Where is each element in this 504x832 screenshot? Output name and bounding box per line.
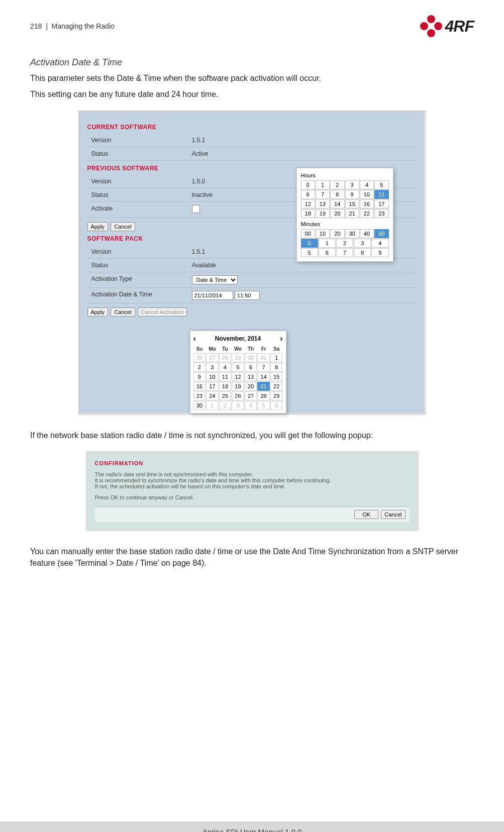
hour-cell[interactable]: 0 [301, 180, 315, 189]
cancel-button[interactable]: Cancel [381, 510, 405, 519]
calendar-cell[interactable]: 14 [257, 372, 270, 381]
calendar-cell[interactable]: 31 [257, 353, 270, 362]
calendar-cell[interactable]: 17 [206, 382, 219, 391]
time-picker-popup[interactable]: Hours 0123456789101112131415161718192021… [296, 168, 393, 262]
hour-cell[interactable]: 13 [316, 199, 330, 209]
calendar-cell[interactable]: 26 [193, 353, 206, 362]
calendar-cell[interactable]: 4 [219, 363, 232, 372]
minute-ones-cell[interactable]: 5 [301, 248, 318, 257]
calendar-cell[interactable]: 29 [270, 391, 283, 400]
calendar-cell[interactable]: 19 [232, 382, 244, 391]
hour-cell[interactable]: 5 [374, 180, 388, 189]
calendar-cell[interactable]: 28 [257, 391, 270, 400]
calendar-cell[interactable]: 30 [245, 353, 257, 362]
calendar-cell[interactable]: 29 [232, 353, 244, 362]
cancel-button-prev[interactable]: Cancel [111, 222, 135, 231]
calendar-cell[interactable]: 25 [219, 391, 232, 400]
calendar-cell[interactable]: 27 [245, 391, 257, 400]
calendar-cell[interactable]: 27 [206, 353, 219, 362]
minute-ones-cell[interactable]: 8 [354, 248, 371, 257]
calendar-cell[interactable]: 18 [219, 382, 232, 391]
cancel-activation-button[interactable]: Cancel Activation [138, 307, 187, 317]
calendar-cell[interactable]: 2 [193, 363, 206, 372]
calendar-cell[interactable]: 26 [232, 391, 244, 400]
hour-cell[interactable]: 21 [345, 209, 359, 218]
calendar-cell[interactable]: 11 [219, 372, 232, 381]
minute-ones-cell[interactable]: 4 [371, 239, 388, 248]
minute-ones-cell[interactable]: 0 [301, 239, 318, 248]
calendar-cell[interactable]: 4 [245, 401, 257, 410]
apply-button-pack[interactable]: Apply [87, 307, 109, 317]
apply-button-prev[interactable]: Apply [87, 222, 109, 231]
calendar-cell[interactable]: 12 [232, 372, 244, 381]
calendar-cell[interactable]: 16 [193, 382, 206, 391]
calendar-cell[interactable]: 13 [245, 372, 257, 381]
calendar-cell[interactable]: 8 [270, 363, 283, 372]
calendar-cell[interactable]: 24 [206, 391, 219, 400]
hour-cell[interactable]: 8 [330, 190, 344, 199]
activation-type-select[interactable]: Date & Time [192, 275, 238, 284]
section-title: Managing the Radio [52, 22, 115, 30]
activation-time-input[interactable] [235, 291, 260, 300]
hour-cell[interactable]: 19 [316, 209, 330, 218]
calendar-cell[interactable]: 5 [232, 363, 244, 372]
calendar-cell[interactable]: 30 [193, 401, 206, 410]
hour-cell[interactable]: 22 [360, 209, 374, 218]
activate-checkbox[interactable] [192, 205, 200, 213]
hour-cell[interactable]: 16 [360, 199, 374, 209]
minute-ones-cell[interactable]: 2 [336, 239, 353, 248]
ok-button[interactable]: OK [354, 510, 378, 519]
calendar-cell[interactable]: 3 [232, 401, 244, 410]
calendar-weekday: We [232, 345, 244, 353]
hour-cell[interactable]: 6 [301, 190, 315, 199]
hour-cell[interactable]: 1 [316, 180, 330, 189]
minute-tens-cell[interactable]: 10 [316, 229, 330, 238]
calendar-cell[interactable]: 1 [270, 353, 283, 362]
confirmation-line: If not, the scheduled activation will be… [95, 483, 410, 489]
calendar-cell[interactable]: 28 [219, 353, 232, 362]
hour-cell[interactable]: 14 [330, 199, 344, 209]
hour-cell[interactable]: 4 [360, 180, 374, 189]
minute-tens-cell[interactable]: 40 [360, 229, 374, 238]
calendar-cell[interactable]: 6 [245, 363, 257, 372]
hour-cell[interactable]: 3 [345, 180, 359, 189]
hour-cell[interactable]: 9 [345, 190, 359, 199]
minute-tens-cell[interactable]: 30 [345, 229, 359, 238]
calendar-cell[interactable]: 3 [206, 363, 219, 372]
hour-cell[interactable]: 23 [374, 209, 388, 218]
cancel-button-pack[interactable]: Cancel [111, 307, 135, 317]
minute-tens-cell[interactable]: 50 [374, 229, 388, 238]
hour-cell[interactable]: 7 [316, 190, 330, 199]
calendar-cell[interactable]: 5 [257, 401, 270, 410]
calendar-cell[interactable]: 15 [270, 372, 283, 381]
hour-cell[interactable]: 17 [374, 199, 388, 209]
hour-cell[interactable]: 15 [345, 199, 359, 209]
minute-ones-cell[interactable]: 1 [319, 239, 336, 248]
minute-ones-cell[interactable]: 6 [319, 248, 336, 257]
hour-cell[interactable]: 18 [301, 209, 315, 218]
hour-cell[interactable]: 20 [330, 209, 344, 218]
hour-cell[interactable]: 12 [301, 199, 315, 209]
calendar-cell[interactable]: 9 [193, 372, 206, 381]
calendar-cell[interactable]: 2 [219, 401, 232, 410]
minute-ones-cell[interactable]: 3 [354, 239, 371, 248]
calendar-cell[interactable]: 10 [206, 372, 219, 381]
calendar-cell[interactable]: 22 [270, 382, 283, 391]
hour-cell[interactable]: 10 [360, 190, 374, 199]
calendar-popup[interactable]: ‹ November, 2014 › SuMoTuWeThFrSa2627282… [190, 331, 286, 413]
calendar-prev-icon[interactable]: ‹ [193, 334, 196, 343]
minute-tens-cell[interactable]: 20 [330, 229, 344, 238]
hour-cell[interactable]: 11 [374, 190, 388, 199]
calendar-cell[interactable]: 7 [257, 363, 270, 372]
calendar-cell[interactable]: 1 [206, 401, 219, 410]
minute-ones-cell[interactable]: 7 [336, 248, 353, 257]
hour-cell[interactable]: 2 [330, 180, 344, 189]
activation-date-input[interactable] [192, 291, 233, 300]
minute-tens-cell[interactable]: 00 [301, 229, 315, 238]
calendar-cell[interactable]: 23 [193, 391, 206, 400]
calendar-cell[interactable]: 6 [270, 401, 283, 410]
minute-ones-cell[interactable]: 9 [371, 248, 388, 257]
calendar-next-icon[interactable]: › [280, 334, 282, 343]
calendar-cell[interactable]: 20 [245, 382, 257, 391]
calendar-cell[interactable]: 21 [257, 382, 270, 391]
